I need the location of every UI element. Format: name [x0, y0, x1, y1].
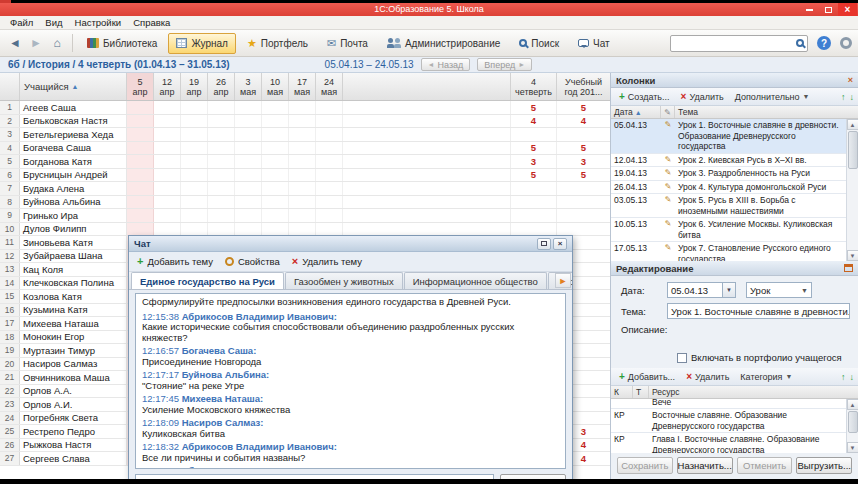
- grade-cell[interactable]: [208, 101, 235, 114]
- grade-cell[interactable]: [127, 155, 154, 168]
- editor-button-2[interactable]: Отменить: [737, 457, 793, 474]
- student-name[interactable]: Бельковская Настя: [20, 115, 127, 128]
- quarter-grade[interactable]: 3: [510, 155, 556, 168]
- grade-cell[interactable]: [181, 128, 208, 141]
- chat-titlebar[interactable]: Чат ×: [129, 236, 572, 252]
- grade-cell[interactable]: [289, 169, 316, 182]
- column-row[interactable]: 17.05.13 ✎ Урок 7. Становление Русского …: [611, 242, 846, 261]
- grade-cell[interactable]: [316, 101, 343, 114]
- grade-cell[interactable]: [154, 155, 181, 168]
- chat-close-button[interactable]: ×: [553, 238, 567, 250]
- column-row[interactable]: 12.04.13 ✎ Урок 2. Киевская Русь в X–XI …: [611, 154, 846, 168]
- type-column-header[interactable]: Т: [633, 386, 649, 398]
- date-field[interactable]: 05.04.13: [667, 282, 723, 298]
- chat-tab[interactable]: Газообмен у животных: [285, 272, 403, 289]
- chat-messages[interactable]: Сформулируйте предпосылки возникновения …: [135, 293, 566, 469]
- grade-cell[interactable]: [289, 101, 316, 114]
- column-row[interactable]: 19.04.13 ✎ Урок 3. Раздробленность на Ру…: [611, 167, 846, 181]
- journal-row[interactable]: 5 Богданова Катя 3 3: [0, 155, 610, 169]
- restore-panel-icon[interactable]: [844, 264, 853, 272]
- attachment-header[interactable]: ✎: [661, 106, 675, 118]
- resources-scrollbar[interactable]: ▲ ▼: [846, 399, 858, 453]
- year-grade[interactable]: 5: [556, 142, 610, 155]
- grade-cell[interactable]: [235, 209, 262, 222]
- toolbar-button-admin[interactable]: Администрирование: [379, 33, 508, 54]
- year-grade[interactable]: 5: [556, 101, 610, 114]
- student-name[interactable]: Зиновьева Катя: [20, 236, 127, 249]
- portfolio-checkbox[interactable]: [677, 353, 687, 363]
- grade-cell[interactable]: [235, 128, 262, 141]
- grade-cell[interactable]: [208, 142, 235, 155]
- chat-message-input[interactable]: [135, 474, 494, 480]
- grade-cell[interactable]: [181, 196, 208, 209]
- grade-cell[interactable]: [289, 209, 316, 222]
- search-input[interactable]: [674, 37, 796, 50]
- date-column-header[interactable]: 19 апр: [181, 73, 208, 100]
- delete-column-button[interactable]: ×Удалить: [677, 90, 728, 103]
- grade-cell[interactable]: [235, 101, 262, 114]
- date-column-header[interactable]: 17 мая: [289, 73, 316, 100]
- year-grade[interactable]: 5: [556, 169, 610, 182]
- student-name[interactable]: Буйнова Альбина: [20, 196, 127, 209]
- student-name[interactable]: Сергеев Слава: [20, 452, 127, 465]
- resource-row[interactable]: Вече: [611, 399, 846, 409]
- grade-cell[interactable]: [127, 169, 154, 182]
- grade-cell[interactable]: [235, 115, 262, 128]
- journal-row[interactable]: 8 Буйнова Альбина: [0, 196, 610, 210]
- year-grade[interactable]: 3: [556, 155, 610, 168]
- editor-button-0[interactable]: Сохранить: [617, 457, 673, 474]
- grade-cell[interactable]: [208, 128, 235, 141]
- grade-cell[interactable]: [289, 155, 316, 168]
- grade-cell[interactable]: [208, 169, 235, 182]
- column-row[interactable]: 05.04.13 ✎ Урок 1. Восточные славяне в д…: [611, 119, 846, 154]
- minimize-button[interactable]: [800, 3, 819, 16]
- category-button[interactable]: Категория▼: [736, 371, 796, 383]
- journal-row[interactable]: 2 Бельковская Настя 4 4: [0, 115, 610, 129]
- date-column-header[interactable]: 3 мая: [235, 73, 262, 100]
- toolbar-button-chat[interactable]: Чат: [570, 33, 618, 54]
- student-name[interactable]: Брусницын Андрей: [20, 169, 127, 182]
- grade-cell[interactable]: [316, 142, 343, 155]
- grade-cell[interactable]: [289, 115, 316, 128]
- grade-cell[interactable]: [289, 128, 316, 141]
- forward-button[interactable]: ►: [27, 33, 45, 53]
- grade-cell[interactable]: [127, 223, 154, 236]
- category-column-header[interactable]: К: [611, 386, 633, 398]
- quarter-grade[interactable]: [510, 209, 556, 222]
- menu-item-2[interactable]: Настройки: [69, 16, 128, 29]
- grade-cell[interactable]: [127, 209, 154, 222]
- toolbar-button-library[interactable]: Библиотека: [79, 33, 165, 54]
- student-name[interactable]: Богданова Катя: [20, 155, 127, 168]
- student-name[interactable]: Монокин Егор: [20, 331, 127, 344]
- maximize-button[interactable]: [819, 3, 838, 16]
- student-name[interactable]: Орлов А.А.: [20, 385, 127, 398]
- move-up-icon[interactable]: ↑: [841, 92, 846, 102]
- student-name[interactable]: Богачева Саша: [20, 142, 127, 155]
- journal-row[interactable]: 3 Бетельгериева Хеда: [0, 128, 610, 142]
- menu-item-0[interactable]: Файл: [4, 16, 39, 29]
- editor-button-3[interactable]: Выгрузить...: [796, 457, 852, 474]
- year-grade[interactable]: [556, 209, 610, 222]
- resource-row[interactable]: КР Глава I. Восточные славяне. Образован…: [611, 433, 846, 453]
- grade-cell[interactable]: [289, 182, 316, 195]
- grade-cell[interactable]: [316, 209, 343, 222]
- year-grade[interactable]: [556, 128, 610, 141]
- more-button[interactable]: Дополнительно▼: [731, 91, 814, 103]
- date-column-header[interactable]: 24 мая: [316, 73, 343, 100]
- grade-cell[interactable]: [289, 196, 316, 209]
- column-row[interactable]: 10.05.13 ✎ Урок 6. Усиление Москвы. Кули…: [611, 218, 846, 242]
- topic-header[interactable]: Тема: [675, 106, 858, 118]
- grade-cell[interactable]: [154, 223, 181, 236]
- grade-cell[interactable]: [262, 169, 289, 182]
- date-column-header[interactable]: 26 апр: [208, 73, 235, 100]
- grade-cell[interactable]: [262, 101, 289, 114]
- move-down-icon[interactable]: ↓: [850, 92, 855, 102]
- chat-tab[interactable]: Единое государство на Руси: [131, 272, 284, 289]
- send-button[interactable]: Отправить: [500, 474, 566, 480]
- grade-cell[interactable]: [154, 115, 181, 128]
- menu-item-3[interactable]: Справка: [127, 16, 176, 29]
- year-column-header[interactable]: Учебный год 201...: [556, 73, 610, 100]
- grade-cell[interactable]: [235, 223, 262, 236]
- columns-scrollbar[interactable]: ▲ ▼: [846, 119, 858, 261]
- toolbar-button-journal[interactable]: Журнал: [168, 33, 236, 54]
